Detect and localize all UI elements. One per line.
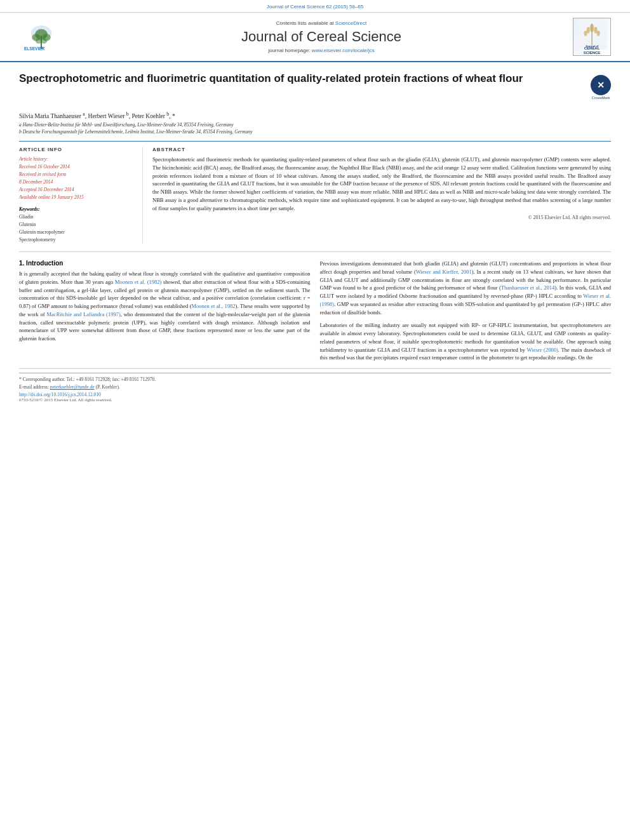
journal-bar: Journal of Cereal Science 62 (2015) 58–6… bbox=[0, 0, 630, 13]
keywords-label: Keywords: bbox=[19, 206, 136, 212]
keyword-1: Gliadin bbox=[19, 213, 136, 221]
authors-line: Silvia Maria Thanhaeuser a, Herbert Wies… bbox=[19, 111, 611, 119]
journal-badge-container: Journal of CEREAL SCIENCE bbox=[573, 18, 617, 56]
doi-link[interactable]: http://dx.doi.org/10.1016/j.jcs.2014.12.… bbox=[19, 392, 101, 397]
intro-section-number: 1. Introduction bbox=[19, 260, 311, 267]
intro-right-text2: Laboratories of the milling industry are… bbox=[320, 321, 612, 362]
available-date: Available online 19 January 2015 bbox=[19, 194, 136, 201]
crossmark-label: CrossMark bbox=[591, 96, 611, 100]
journal-header: ELSEVIER Contents lists available at Sci… bbox=[0, 13, 630, 62]
svg-point-12 bbox=[594, 27, 597, 33]
journal-title: Journal of Cereal Science bbox=[70, 29, 573, 45]
abstract-text: Spectrophotometric and fluorimetric meth… bbox=[152, 156, 611, 212]
journal-badge: Journal of CEREAL SCIENCE bbox=[573, 18, 611, 56]
intro-left-text: It is generally accepted that the baking… bbox=[19, 270, 311, 343]
svg-point-11 bbox=[586, 27, 589, 33]
received-date: Received 16 October 2014 bbox=[19, 163, 136, 171]
intro-left-column: 1. Introduction It is generally accepted… bbox=[19, 260, 311, 362]
homepage-link[interactable]: www.elsevier.com/locate/jcs bbox=[312, 48, 375, 53]
intro-right-text: Previous investigations demonstrated tha… bbox=[320, 260, 612, 316]
ref-moonen-1982a[interactable]: Moonen et al. (1982) bbox=[115, 279, 161, 285]
received-revised-label: Received in revised form bbox=[19, 171, 136, 178]
keyword-4: Spectrophotometry bbox=[19, 236, 136, 244]
issn-line: 0733-5210/© 2015 Elsevier Ltd. All right… bbox=[19, 397, 611, 403]
article-info-header: ARTICLE INFO bbox=[19, 147, 136, 152]
sciencedirect-line: Contents lists available at ScienceDirec… bbox=[70, 20, 573, 26]
authors: Silvia Maria Thanhaeuser a, Herbert Wies… bbox=[19, 113, 175, 119]
corresponding-note: * Corresponding author. Tel.: +49 8161 7… bbox=[19, 377, 611, 382]
received-revised-date: 8 December 2014 bbox=[19, 178, 136, 186]
crossmark-container: ✕ CrossMark bbox=[591, 72, 611, 100]
affiliation-b: b Deutsche Forschungsanstalt für Lebensm… bbox=[19, 129, 611, 135]
svg-point-14 bbox=[596, 30, 600, 36]
journal-badge-icon: Journal of bbox=[575, 18, 610, 50]
keywords-list: Gliadin Glutenin Glutenin macropolymer S… bbox=[19, 213, 136, 244]
history-label: Article history: bbox=[19, 156, 136, 163]
doi-line: http://dx.doi.org/10.1016/j.jcs.2014.12.… bbox=[19, 392, 611, 397]
main-content: Spectrophotometric and fluorimetric quan… bbox=[0, 62, 630, 412]
svg-point-7 bbox=[41, 38, 47, 43]
article-history: Article history: Received 16 October 201… bbox=[19, 156, 136, 201]
elsevier-logo-icon: ELSEVIER bbox=[16, 23, 67, 51]
article-info-column: ARTICLE INFO Article history: Received 1… bbox=[19, 147, 143, 244]
crossmark-icon: ✕ bbox=[591, 75, 611, 95]
journal-info-center: Contents lists available at ScienceDirec… bbox=[70, 20, 573, 53]
badge-text: CEREAL SCIENCE bbox=[584, 46, 601, 55]
email-person: (P. Koehler). bbox=[96, 384, 120, 390]
accepted-date: Accepted 16 December 2014 bbox=[19, 186, 136, 194]
ref-wieser-2000[interactable]: Wieser (2000) bbox=[527, 347, 558, 353]
journal-citation: Journal of Cereal Science 62 (2015) 58–6… bbox=[267, 4, 364, 10]
section-divider bbox=[19, 251, 611, 252]
ref-macritchie[interactable]: MacRitchie and Lafiandra (1997) bbox=[47, 311, 121, 317]
email-link[interactable]: peterkoehler@tunde.de bbox=[50, 384, 95, 390]
footer-area: * Corresponding author. Tel.: +49 8161 7… bbox=[19, 368, 611, 403]
svg-point-13 bbox=[584, 30, 587, 36]
abstract-column: ABSTRACT Spectrophotometric and fluorime… bbox=[152, 147, 611, 244]
ref-wieser-kieffer[interactable]: Wieser and Kieffer, 2001 bbox=[416, 269, 472, 275]
keyword-2: Glutenin bbox=[19, 221, 136, 229]
intro-right-column: Previous investigations demonstrated tha… bbox=[320, 260, 612, 362]
elsevier-logo-container: ELSEVIER bbox=[13, 23, 70, 51]
sciencedirect-link[interactable]: ScienceDirect bbox=[335, 20, 366, 26]
abstract-copyright: © 2015 Elsevier Ltd. All rights reserved… bbox=[152, 215, 611, 220]
introduction-section: 1. Introduction It is generally accepted… bbox=[19, 260, 611, 362]
homepage-line: journal homepage: www.elsevier.com/locat… bbox=[70, 48, 573, 53]
ref-moonen-1982b[interactable]: Moonen et al., 1982 bbox=[192, 303, 236, 309]
two-column-layout: ARTICLE INFO Article history: Received 1… bbox=[19, 141, 611, 244]
article-title: Spectrophotometric and fluorimetric quan… bbox=[19, 72, 583, 86]
svg-text:ELSEVIER: ELSEVIER bbox=[24, 46, 45, 50]
ref-wieser-1998[interactable]: Wieser et al. (1998) bbox=[320, 293, 612, 307]
affiliation-a: a Hans-Dieter-Belitz-Institut für Mehl- … bbox=[19, 122, 611, 128]
ref-thanhaeuser[interactable]: Thanhaeuser et al., 2014 bbox=[501, 284, 555, 291]
email-note: E-mail address: peterkoehler@tunde.de (P… bbox=[19, 384, 611, 390]
keyword-3: Glutenin macropolymer bbox=[19, 229, 136, 236]
abstract-header: ABSTRACT bbox=[152, 147, 611, 152]
article-title-section: Spectrophotometric and fluorimetric quan… bbox=[19, 72, 611, 105]
